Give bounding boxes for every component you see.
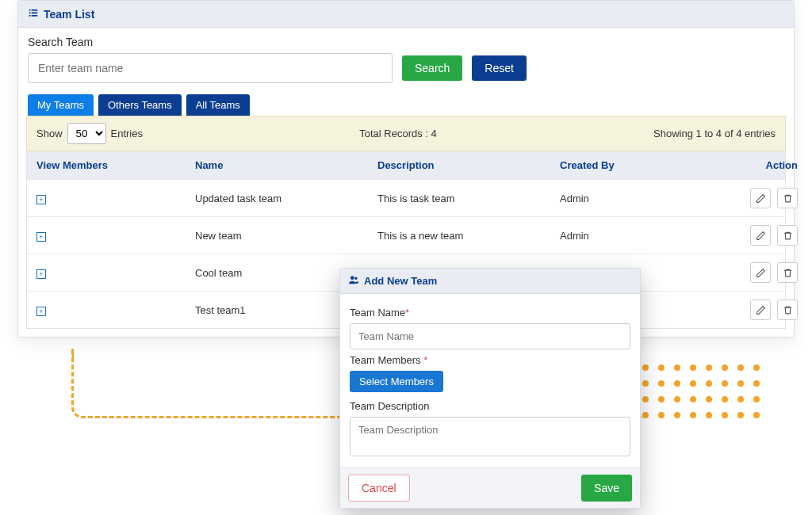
search-input[interactable]	[28, 53, 393, 83]
svg-rect-5	[32, 15, 38, 17]
add-team-modal: Add New Team Team Name* Team Members * S…	[339, 268, 641, 509]
team-members-label: Team Members *	[350, 354, 630, 366]
tab-all-teams[interactable]: All Teams	[186, 94, 250, 116]
tab-my-teams[interactable]: My Teams	[28, 94, 94, 116]
col-view: View Members	[36, 159, 195, 171]
select-members-button[interactable]: Select Members	[350, 371, 443, 392]
entries-label: Entries	[111, 128, 143, 139]
expand-icon[interactable]: +	[36, 307, 46, 316]
modal-body: Team Name* Team Members * Select Members…	[340, 294, 640, 467]
table-row: + New team This is a new team Admin	[27, 216, 785, 254]
expand-icon[interactable]: +	[36, 232, 46, 242]
search-label: Search Team	[28, 36, 784, 48]
table-meta: Show 50 Entries Total Records : 4 Showin…	[26, 116, 786, 151]
edit-button[interactable]	[750, 188, 771, 208]
svg-rect-0	[29, 10, 31, 11]
cell-created: Admin	[560, 193, 695, 204]
svg-rect-4	[29, 15, 31, 17]
panel-title: Team List	[44, 8, 94, 21]
expand-icon[interactable]: +	[36, 269, 46, 279]
total-records: Total Records : 4	[143, 128, 653, 139]
edit-button[interactable]	[750, 299, 771, 320]
team-desc-label: Team Description	[350, 400, 630, 412]
table-row: + Updated task team This is task team Ad…	[27, 179, 785, 216]
users-icon	[348, 274, 359, 288]
cell-desc: This is a new team	[377, 230, 560, 242]
svg-rect-1	[32, 10, 38, 11]
team-name-label: Team Name*	[350, 307, 630, 319]
decorative-dash-up	[71, 349, 74, 355]
delete-button[interactable]	[777, 225, 798, 246]
col-desc: Description	[377, 159, 560, 171]
team-name-input[interactable]	[350, 323, 630, 349]
modal-footer: Cancel Save	[340, 467, 640, 508]
svg-point-6	[350, 276, 354, 280]
grid-header: View Members Name Description Created By…	[27, 151, 785, 179]
cancel-button[interactable]: Cancel	[348, 475, 410, 502]
svg-rect-2	[29, 12, 31, 13]
modal-title: Add New Team	[364, 275, 437, 287]
edit-button[interactable]	[750, 225, 771, 246]
show-label: Show	[36, 128, 63, 139]
search-section: Search Team Search Reset	[18, 28, 794, 86]
cell-name: New team	[195, 230, 377, 242]
team-desc-input[interactable]	[350, 417, 630, 456]
expand-icon[interactable]: +	[36, 195, 46, 204]
reset-button[interactable]: Reset	[472, 55, 527, 81]
showing-range: Showing 1 to 4 of 4 entries	[653, 128, 776, 139]
col-action: Action	[695, 159, 798, 171]
edit-button[interactable]	[750, 262, 771, 283]
page-size-select[interactable]: 50	[67, 123, 106, 144]
list-icon	[28, 7, 39, 21]
col-name: Name	[195, 159, 377, 171]
col-created: Created By	[560, 159, 695, 171]
cell-desc: This is task team	[377, 193, 560, 204]
panel-header: Team List	[18, 1, 794, 28]
delete-button[interactable]	[777, 188, 798, 208]
tabs: My Teams Others Teams All Teams	[18, 86, 794, 116]
svg-rect-3	[32, 12, 38, 13]
tab-others-teams[interactable]: Others Teams	[98, 94, 182, 116]
cell-created: Admin	[560, 230, 695, 242]
delete-button[interactable]	[777, 262, 798, 283]
cell-name: Updated task team	[195, 193, 377, 204]
search-button[interactable]: Search	[402, 55, 462, 81]
modal-header: Add New Team	[340, 269, 640, 294]
svg-point-7	[354, 277, 358, 280]
delete-button[interactable]	[777, 299, 798, 320]
decorative-dots	[642, 364, 769, 423]
save-button[interactable]: Save	[581, 475, 632, 502]
